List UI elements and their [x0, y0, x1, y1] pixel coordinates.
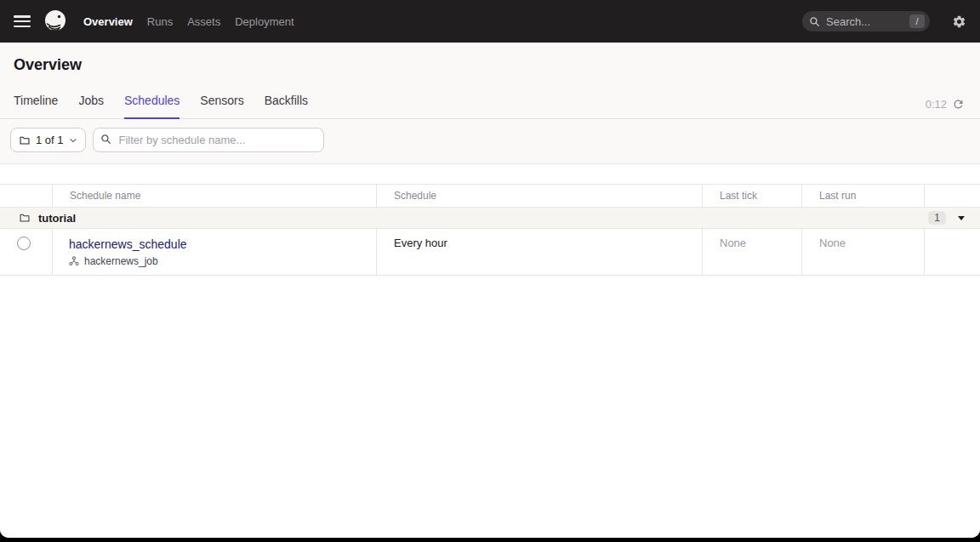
header-last-run: Last run: [802, 185, 925, 207]
tab-jobs[interactable]: Jobs: [78, 94, 104, 119]
page-header-section: Overview Timeline Jobs Schedules Sensors…: [0, 43, 980, 164]
tabs-row: Timeline Jobs Schedules Sensors Backfill…: [0, 83, 980, 119]
folder-icon: [19, 212, 31, 224]
job-graph-icon: [69, 256, 79, 266]
group-selector-button[interactable]: 1 of 1: [10, 128, 86, 152]
tab-backfills[interactable]: Backfills: [265, 94, 308, 119]
group-selector-label: 1 of 1: [36, 134, 64, 146]
primary-nav: Overview Runs Assets Deployment: [83, 15, 294, 28]
nav-item-runs[interactable]: Runs: [147, 15, 173, 28]
header-actions-col: [925, 185, 980, 207]
menu-icon[interactable]: [14, 15, 31, 27]
settings-gear-icon[interactable]: [952, 14, 966, 29]
spacer-strip: [0, 164, 980, 184]
refresh-icon[interactable]: [952, 98, 965, 111]
group-count-badge: 1: [928, 211, 946, 225]
search-placeholder: Search...: [826, 15, 909, 28]
filter-row: 1 of 1: [0, 119, 980, 164]
page-title: Overview: [0, 43, 980, 83]
tab-timeline[interactable]: Timeline: [14, 94, 58, 119]
top-navbar: Overview Runs Assets Deployment Search..…: [0, 0, 980, 43]
dagster-logo-icon[interactable]: [43, 9, 67, 33]
group-row-tutorial[interactable]: tutorial 1: [0, 207, 980, 229]
schedule-name-link[interactable]: hackernews_schedule: [69, 237, 187, 251]
slash-shortcut-badge: /: [909, 14, 925, 28]
nav-item-assets[interactable]: Assets: [187, 15, 220, 28]
table-header-row: Schedule name Schedule Last tick Last ru…: [0, 184, 980, 207]
schedule-filter-input[interactable]: [93, 128, 324, 152]
last-tick-cell: None: [703, 229, 802, 275]
header-toggle-col: [0, 185, 53, 207]
main-panel: Overview Timeline Jobs Schedules Sensors…: [0, 43, 980, 538]
tab-bar: Timeline Jobs Schedules Sensors Backfill…: [14, 94, 308, 118]
last-run-cell: None: [802, 229, 925, 275]
refresh-timer: 0:12: [926, 98, 947, 111]
schedule-name-cell: hackernews_schedule hackernews_job: [53, 229, 377, 275]
tab-sensors[interactable]: Sensors: [200, 94, 243, 119]
header-last-tick: Last tick: [703, 185, 802, 207]
table-row: hackernews_schedule hackernews_job Every…: [0, 229, 980, 276]
folder-icon: [19, 134, 31, 146]
toggle-cell: [0, 229, 53, 275]
job-line: hackernews_job: [69, 255, 366, 267]
search-icon: [809, 16, 820, 27]
nav-item-deployment[interactable]: Deployment: [235, 15, 293, 28]
search-icon: [100, 134, 111, 145]
chevron-down-icon: [69, 136, 77, 145]
header-schedule-name: Schedule name: [53, 185, 377, 207]
tab-schedules[interactable]: Schedules: [124, 94, 179, 119]
header-schedule: Schedule: [377, 185, 703, 207]
schedule-cell: Every hour: [377, 229, 703, 275]
collapse-caret-icon[interactable]: [958, 216, 965, 220]
toggle-knob: [17, 237, 31, 250]
empty-area: [0, 276, 980, 538]
global-search-input[interactable]: Search... /: [802, 11, 930, 31]
nav-item-overview[interactable]: Overview: [83, 15, 133, 28]
refresh-area: 0:12: [926, 98, 965, 118]
group-name: tutorial: [38, 212, 76, 225]
job-name-link[interactable]: hackernews_job: [84, 255, 158, 267]
actions-cell: [925, 229, 980, 275]
schedule-filter-wrap: [93, 128, 324, 152]
